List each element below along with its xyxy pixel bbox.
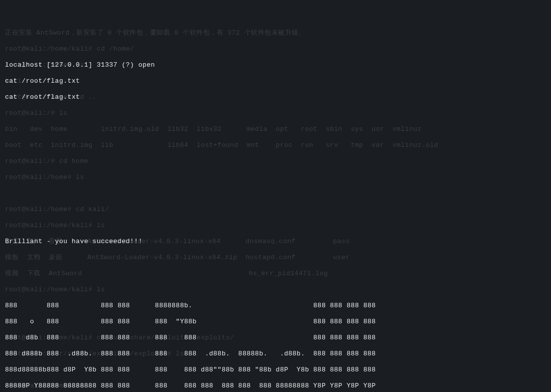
output-line bbox=[5, 286, 546, 294]
output-line bbox=[5, 141, 546, 149]
output-line bbox=[5, 173, 546, 181]
output-line bbox=[5, 157, 546, 165]
output-line: localhost [127.0.0.1] 31337 (?) open bbox=[5, 61, 546, 69]
output-line bbox=[5, 125, 546, 133]
output-line bbox=[5, 109, 546, 117]
ghost-line: 正在安装 AntSword，新安装了 0 个软件包，要卸载 0 个软件包，有 3… bbox=[5, 29, 438, 37]
ghost-line: root@kali:/home/kali# cd /home/ bbox=[5, 45, 438, 53]
ghost-line bbox=[5, 13, 438, 21]
output-line: 88888P Y88888 88888888 888 888 888 888 8… bbox=[5, 382, 546, 390]
output-line: cat /root/flag.txt bbox=[5, 77, 546, 85]
output-line: 888 888 888 888 8888888b. 888 888 888 88… bbox=[5, 302, 546, 310]
output-line bbox=[5, 189, 546, 198]
terminal-output[interactable]: localhost [127.0.0.1] 31337 (?) open cat… bbox=[5, 53, 546, 392]
output-line: 888d88888b888 d8P Y8b 888 888 888 888 d8… bbox=[5, 366, 546, 374]
output-line: Brilliant - you have succeeded!!! bbox=[5, 238, 546, 246]
output-line bbox=[5, 206, 546, 214]
output-line: 888 d888b 888 .d88b. 888 888 888 888 .d8… bbox=[5, 350, 546, 358]
output-line bbox=[5, 270, 546, 278]
output-line: 888 o 888 888 888 888 "Y88b 888 888 888 … bbox=[5, 318, 546, 326]
output-line: 888 d8b 888 888 888 888 888 888 888 888 … bbox=[5, 334, 546, 342]
output-line: cat /root/flag.txt bbox=[5, 93, 546, 101]
output-line bbox=[5, 254, 546, 262]
output-line bbox=[5, 222, 546, 230]
